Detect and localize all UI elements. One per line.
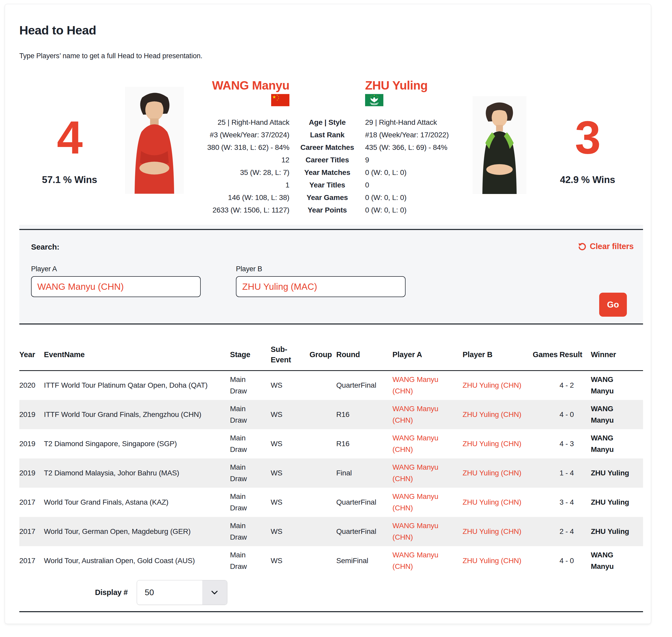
- cell-event-name: World Tour Grand Finals, Astana (KAZ): [44, 488, 230, 517]
- cell-stage: Main Draw: [230, 400, 270, 429]
- cell-player-b-link[interactable]: ZHU Yuling (CHN): [463, 400, 533, 429]
- cell-player-b-link[interactable]: ZHU Yuling (CHN): [463, 546, 533, 576]
- cell-year: 2020: [19, 371, 44, 400]
- display-count-label: Display #: [95, 588, 128, 597]
- stat-value-b: 435 (W: 366, L: 69) - 84%: [365, 141, 467, 154]
- cell-player-b-link[interactable]: ZHU Yuling (CHN): [463, 371, 533, 400]
- column-header-sub-event: Sub-Event: [270, 339, 310, 371]
- cell-round: QuarterFinal: [336, 488, 392, 517]
- stat-label: Year Titles: [295, 179, 360, 192]
- cell-player-a-link[interactable]: WANG Manyu (CHN): [392, 546, 463, 576]
- stat-value-a: 1: [189, 179, 290, 192]
- player-b-head-to-head-score: 3: [532, 114, 643, 161]
- cell-sub-event: WS: [270, 371, 310, 400]
- cell-games: [533, 371, 560, 400]
- macau-flag-icon: [365, 94, 467, 106]
- cell-result: 4 - 0: [560, 400, 591, 429]
- cell-winner: ZHU Yuling: [591, 517, 643, 546]
- cell-sub-event: WS: [270, 458, 310, 488]
- match-row: 2020 ITTF World Tour Platinum Qatar Open…: [19, 371, 643, 400]
- cell-sub-event: WS: [270, 429, 310, 458]
- column-header-winner: Winner: [591, 339, 643, 371]
- cell-sub-event: WS: [270, 517, 310, 546]
- cell-player-b-link[interactable]: ZHU Yuling (CHN): [463, 458, 533, 488]
- player-a-search-input[interactable]: [31, 276, 201, 297]
- cell-player-a-link[interactable]: WANG Manyu (CHN): [392, 371, 463, 400]
- cell-year: 2019: [19, 458, 44, 488]
- cell-games: [533, 488, 560, 517]
- stat-label: Year Points: [295, 204, 360, 216]
- cell-stage: Main Draw: [230, 546, 270, 576]
- column-header-round: Round: [336, 339, 392, 371]
- cell-result: 4 - 3: [560, 429, 591, 458]
- go-button[interactable]: Go: [599, 293, 627, 317]
- cell-year: 2019: [19, 429, 44, 458]
- player-a-win-percentage: 57.1 % Wins: [19, 175, 120, 185]
- cell-player-a-link[interactable]: WANG Manyu (CHN): [392, 488, 463, 517]
- cell-player-a-link[interactable]: WANG Manyu (CHN): [392, 400, 463, 429]
- cell-player-a-link[interactable]: WANG Manyu (CHN): [392, 458, 463, 488]
- stat-labels-column: Age | StyleLast RankCareer MatchesCareer…: [295, 78, 360, 216]
- cell-player-b-link[interactable]: ZHU Yuling (CHN): [463, 488, 533, 517]
- clear-filters-button[interactable]: Clear filters: [576, 241, 635, 251]
- cell-winner: WANG Manyu: [591, 400, 643, 429]
- cell-round: Final: [336, 458, 392, 488]
- stat-value-a: 12: [189, 154, 290, 166]
- cell-round: QuarterFinal: [336, 517, 392, 546]
- player-b-search-input[interactable]: [236, 276, 406, 297]
- cell-winner: WANG Manyu: [591, 371, 643, 400]
- stat-label: Career Matches: [295, 141, 360, 154]
- cell-winner: ZHU Yuling: [591, 458, 643, 488]
- cell-player-a-link[interactable]: WANG Manyu (CHN): [392, 429, 463, 458]
- column-header-group: Group: [310, 339, 336, 371]
- cell-result: 4 - 0: [560, 546, 591, 576]
- cell-player-a-link[interactable]: WANG Manyu (CHN): [392, 517, 463, 546]
- cell-stage: Main Draw: [230, 458, 270, 488]
- stat-value-a: 25 | Right-Hand Attack: [189, 116, 290, 129]
- cell-event-name: ITTF World Tour Grand Finals, Zhengzhou …: [44, 400, 230, 429]
- search-fields-row: Player A Player B: [31, 251, 635, 297]
- stat-value-b: 0 (W: 0, L: 0): [365, 204, 467, 216]
- undo-icon: [578, 242, 587, 251]
- stat-label: Career Titles: [295, 154, 360, 166]
- cell-group: [310, 400, 336, 429]
- head-to-head-card: Head to Head Type Players’ name to get a…: [5, 4, 651, 624]
- player-a-score-block: 4 57.1 % Wins: [19, 78, 120, 216]
- stats-a-list: 25 | Right-Hand Attack#3 (Week/Year: 37/…: [189, 116, 290, 216]
- stat-value-b: 9: [365, 154, 467, 166]
- column-header-player-a: Player A: [392, 339, 463, 371]
- display-count-select[interactable]: 50: [137, 580, 227, 605]
- match-row: 2019 T2 Diamond Singapore, Singapore (SG…: [19, 429, 643, 458]
- stat-value-b: 29 | Right-Hand Attack: [365, 116, 467, 129]
- cell-games: [533, 429, 560, 458]
- match-row: 2019 ITTF World Tour Grand Finals, Zheng…: [19, 400, 643, 429]
- cell-result: 4 - 2: [560, 371, 591, 400]
- player-a-name: WANG Manyu: [189, 78, 290, 92]
- cell-round: QuarterFinal: [336, 371, 392, 400]
- stat-value-b: 0 (W: 0, L: 0): [365, 192, 467, 204]
- stat-label: Year Games: [295, 192, 360, 204]
- column-header-stage: Stage: [230, 339, 270, 371]
- stat-label: Age | Style: [295, 116, 360, 129]
- cell-event-name: ITTF World Tour Platinum Qatar Open, Doh…: [44, 371, 230, 400]
- player-b-win-percentage: 42.9 % Wins: [532, 175, 643, 185]
- cell-round: R16: [336, 429, 392, 458]
- cell-result: 1 - 4: [560, 458, 591, 488]
- player-a-photo: [125, 78, 184, 216]
- cell-player-b-link[interactable]: ZHU Yuling (CHN): [463, 429, 533, 458]
- cell-games: [533, 517, 560, 546]
- cell-year: 2019: [19, 400, 44, 429]
- cell-stage: Main Draw: [230, 429, 270, 458]
- cell-winner: ZHU Yuling: [591, 488, 643, 517]
- match-row: 2017 World Tour, Australian Open, Gold C…: [19, 546, 643, 576]
- cell-group: [310, 517, 336, 546]
- cell-player-b-link[interactable]: ZHU Yuling (CHN): [463, 517, 533, 546]
- player-b-photo: [472, 78, 527, 216]
- stat-label: Year Matches: [295, 166, 360, 179]
- cell-result: 3 - 4: [560, 488, 591, 517]
- stat-value-a: 35 (W: 28, L: 7): [189, 166, 290, 179]
- cell-group: [310, 458, 336, 488]
- stat-value-a: 2633 (W: 1506, L: 1127): [189, 204, 290, 216]
- player-photo-wang: [125, 86, 184, 195]
- column-header-year: Year: [19, 339, 44, 371]
